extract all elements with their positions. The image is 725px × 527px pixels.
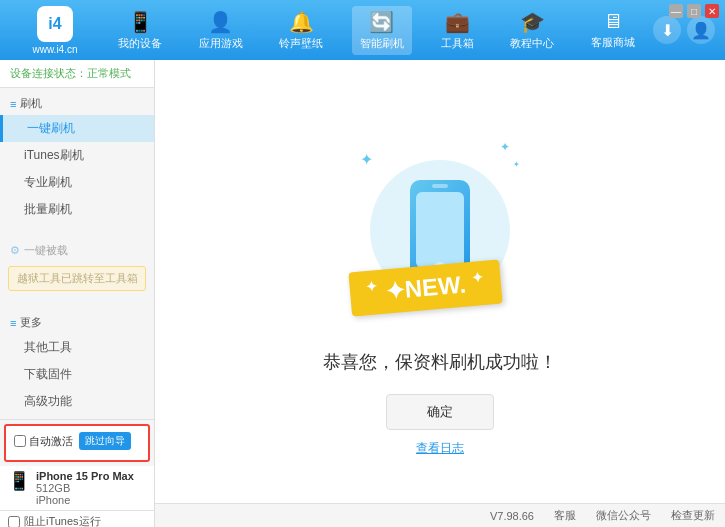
guide-button[interactable]: 跳过向导 <box>79 432 131 450</box>
auto-activate-input[interactable] <box>14 435 26 447</box>
more-section-icon: ≡ <box>10 317 16 329</box>
restore-section-icon: ⚙ <box>10 244 20 257</box>
phone-screen <box>416 192 464 268</box>
sidebar-bottom: 自动激活 跳过向导 📱 iPhone 15 Pro Max 512GB iPho… <box>0 419 154 527</box>
nav-apps-games[interactable]: 👤 应用游戏 <box>191 6 251 55</box>
check-update-link[interactable]: 检查更新 <box>671 508 715 523</box>
itunes-checkbox[interactable] <box>8 516 20 528</box>
more-group: ≡ 更多 其他工具 下载固件 高级功能 <box>0 307 154 419</box>
restore-section-header: ⚙ 一键被载 <box>0 239 154 262</box>
main-content: ✦ ✦ ✦ ✦NEW. 恭喜您，保资料刷机成功啦！ 确定 查看日志 <box>155 60 725 527</box>
wechat-link[interactable]: 微信公众号 <box>596 508 651 523</box>
header-right: ⬇ 👤 <box>653 16 715 44</box>
sidebar-other-tools[interactable]: 其他工具 <box>0 334 154 361</box>
toolbox-icon: 💼 <box>445 10 470 34</box>
flash-section-icon: ≡ <box>10 98 16 110</box>
nav-my-device-label: 我的设备 <box>118 36 162 51</box>
nav-ringtone-label: 铃声壁纸 <box>279 36 323 51</box>
nav-apps-games-label: 应用游戏 <box>199 36 243 51</box>
device-name: iPhone 15 Pro Max <box>36 470 134 482</box>
version-label: V7.98.66 <box>490 510 534 522</box>
sparkle-tr-icon: ✦ <box>500 140 510 154</box>
check-row: 自动激活 跳过向导 <box>14 432 140 450</box>
account-button[interactable]: 👤 <box>687 16 715 44</box>
sidebar-advanced[interactable]: 高级功能 <box>0 388 154 415</box>
my-device-icon: 📱 <box>128 10 153 34</box>
app-logo: i4 www.i4.cn <box>10 6 100 55</box>
status-bar: V7.98.66 客服 微信公众号 检查更新 <box>155 503 725 527</box>
auto-activate-checkbox[interactable]: 自动激活 <box>14 434 73 449</box>
nav-toolbox[interactable]: 💼 工具箱 <box>433 6 482 55</box>
service-icon: 🖥 <box>603 10 623 33</box>
customer-service-link[interactable]: 客服 <box>554 508 576 523</box>
sidebar: 设备连接状态：正常模式 ≡ 刷机 一键刷机 iTunes刷机 专业刷机 批量刷机 <box>0 60 155 527</box>
nav-tutorial[interactable]: 🎓 教程中心 <box>502 6 562 55</box>
download-button[interactable]: ⬇ <box>653 16 681 44</box>
nav-ringtone[interactable]: 🔔 铃声壁纸 <box>271 6 331 55</box>
sparkle-tl-icon: ✦ <box>360 150 373 169</box>
nav-bar: 📱 我的设备 👤 应用游戏 🔔 铃声壁纸 🔄 智能刷机 💼 工具箱 🎓 教程中心… <box>100 6 653 55</box>
device-phone-icon: 📱 <box>8 470 30 492</box>
sidebar-pro-flash[interactable]: 专业刷机 <box>0 169 154 196</box>
nav-smart-flash[interactable]: 🔄 智能刷机 <box>352 6 412 55</box>
sidebar-status: 设备连接状态：正常模式 <box>0 60 154 88</box>
logo-icon: i4 <box>37 6 73 42</box>
sidebar-itunes-flash[interactable]: iTunes刷机 <box>0 142 154 169</box>
nav-smart-flash-label: 智能刷机 <box>360 36 404 51</box>
apps-games-icon: 👤 <box>208 10 233 34</box>
success-illustration: ✦ ✦ ✦ ✦NEW. <box>340 130 540 330</box>
new-badge-text: ✦NEW. <box>384 271 467 305</box>
flash-section-header[interactable]: ≡ 刷机 <box>0 92 154 115</box>
device-info: 📱 iPhone 15 Pro Max 512GB iPhone <box>0 466 154 510</box>
close-button[interactable]: ✕ <box>705 4 719 18</box>
device-details: iPhone 15 Pro Max 512GB iPhone <box>36 470 134 506</box>
sidebar-one-key-flash[interactable]: 一键刷机 <box>0 115 154 142</box>
more-section-header[interactable]: ≡ 更多 <box>0 311 154 334</box>
restore-group: ⚙ 一键被载 越狱工具已跳转至工具箱 <box>0 235 154 299</box>
nav-my-device[interactable]: 📱 我的设备 <box>110 6 170 55</box>
maximize-button[interactable]: □ <box>687 4 701 18</box>
new-badge: ✦NEW. <box>348 260 502 317</box>
flash-group: ≡ 刷机 一键刷机 iTunes刷机 专业刷机 批量刷机 <box>0 88 154 227</box>
sparkle-sm-icon: ✦ <box>513 160 520 169</box>
sidebar-batch-flash[interactable]: 批量刷机 <box>0 196 154 223</box>
log-link[interactable]: 查看日志 <box>416 440 464 457</box>
minimize-button[interactable]: — <box>669 4 683 18</box>
logo-text: www.i4.cn <box>32 44 77 55</box>
smart-flash-icon: 🔄 <box>369 10 394 34</box>
nav-toolbox-label: 工具箱 <box>441 36 474 51</box>
nav-service[interactable]: 🖥 客服商城 <box>583 6 643 55</box>
restore-warning: 越狱工具已跳转至工具箱 <box>8 266 146 291</box>
device-check-area: 自动激活 跳过向导 <box>4 424 150 462</box>
itunes-bar: 阻止iTunes运行 <box>0 510 154 527</box>
nav-service-label: 客服商城 <box>591 35 635 50</box>
confirm-button[interactable]: 确定 <box>386 394 494 430</box>
device-storage: 512GB <box>36 482 134 494</box>
ringtone-icon: 🔔 <box>289 10 314 34</box>
tutorial-icon: 🎓 <box>520 10 545 34</box>
success-title: 恭喜您，保资料刷机成功啦！ <box>323 350 557 374</box>
nav-tutorial-label: 教程中心 <box>510 36 554 51</box>
device-type: iPhone <box>36 494 134 506</box>
sidebar-download-firmware[interactable]: 下载固件 <box>0 361 154 388</box>
phone-notch <box>432 184 448 188</box>
